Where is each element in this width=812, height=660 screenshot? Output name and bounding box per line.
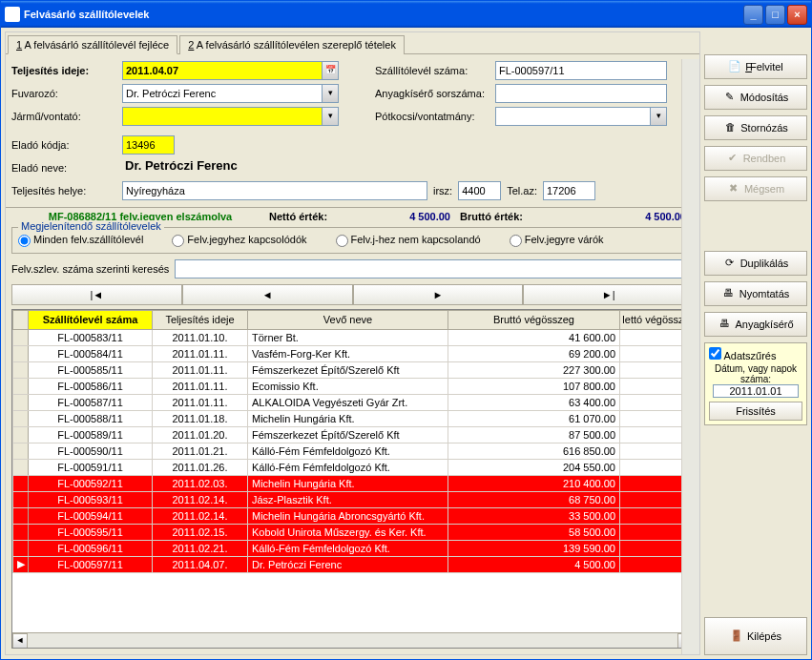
label-elado-nev: Eladó neve: (11, 162, 116, 174)
filter-group-title: Megjelenítendő szállítólevelek (18, 220, 164, 232)
input-search[interactable] (175, 259, 694, 278)
radio-all[interactable]: Minden felv.szállítólevél (18, 234, 143, 247)
col-brutto[interactable]: Bruttó végösszeg (448, 310, 620, 329)
nav-next[interactable]: ► (353, 284, 524, 305)
col-vevo[interactable]: Vevő neve (248, 310, 448, 329)
btn-frissites[interactable]: Frissítés (709, 402, 802, 421)
btn-rendben: ✔Rendben (704, 146, 807, 171)
chevron-down-icon[interactable]: ▾ (323, 84, 339, 103)
nav-last[interactable]: ►| (523, 284, 694, 305)
grid: Szállítólevél száma Teljesítés ideje Vev… (11, 309, 694, 649)
label-telj-hely: Teljesítés helye: (11, 185, 116, 196)
exit-icon: 🚪 (730, 629, 743, 643)
value-netto: 4 500.00 (336, 211, 450, 222)
minimize-button[interactable]: _ (743, 5, 763, 25)
col-teljesites[interactable]: Teljesítés ideje (153, 310, 248, 329)
input-irsz[interactable] (458, 181, 501, 200)
btn-kilepes[interactable]: 🚪Kilépés (704, 617, 807, 655)
label-telaz: Tel.az: (507, 185, 537, 196)
label-szallszam: Szállítólevél száma: (375, 65, 489, 76)
table-row[interactable]: FL-000586/112011.01.11.Ecomissio Kft.107… (13, 378, 693, 394)
app-window: Felvásárló szállítólevelek _ □ × 1 A fel… (0, 0, 812, 660)
table-row[interactable]: FL-000585/112011.01.11.Fémszerkezet Épít… (13, 361, 693, 378)
btn-duplikalas[interactable]: ⟳Duplikálás (704, 251, 807, 276)
filter-groupbox: Megjelenítendő szállítólevelek Minden fe… (11, 227, 694, 254)
table-row[interactable]: FL-000595/112011.02.15.Kobold Unirota Mű… (13, 524, 693, 540)
tabstrip: 1 A felvásárló szállítólevél fejléce 2 A… (6, 32, 699, 54)
table-row[interactable]: ▶FL-000597/112011.04.07.Dr. Petróczi Fer… (13, 556, 693, 572)
right-panel: 📄FFelvitel ✎Módosítás 🗑Stornózás ✔Rendbe… (704, 31, 807, 655)
btn-megsem: ✖Mégsem (704, 176, 807, 201)
tab-header[interactable]: 1 A felvásárló szállítólevél fejléce (8, 35, 177, 54)
radio-waiting[interactable]: Felv.jegyre várók (510, 234, 604, 247)
table-row[interactable]: FL-000596/112011.02.21.Kálló-Fém Fémfeld… (13, 540, 693, 556)
nav-buttons: |◄ ◄ ► ►| (6, 282, 699, 307)
label-potkocsi: Pótkocsi/vontatmány: (375, 111, 489, 122)
radio-notlink[interactable]: Felv.j-hez nem kapcsolandó (336, 234, 481, 247)
label-fuvarozo: Fuvarozó: (11, 88, 116, 99)
label-jarmu: Jármű/vontató: (11, 111, 116, 122)
label-irsz: irsz: (433, 185, 452, 196)
table-row[interactable]: FL-000587/112011.01.11.ALKALOIDA Vegyész… (13, 394, 693, 410)
label-brutto: Bruttó érték: (460, 211, 536, 222)
input-anyagk[interactable] (495, 84, 667, 103)
new-icon: 📄 (728, 60, 741, 73)
btn-stornozas[interactable]: 🗑Stornózás (704, 115, 807, 140)
input-datefilter[interactable] (713, 384, 799, 398)
maximize-button[interactable]: □ (765, 5, 785, 25)
print-icon: 🖶 (718, 318, 731, 331)
edit-icon: ✎ (723, 91, 737, 104)
table-row[interactable]: FL-000594/112011.02.14.Michelin Hungária… (13, 507, 693, 524)
input-telaz[interactable] (543, 181, 595, 200)
chevron-down-icon[interactable]: ▾ (651, 107, 667, 126)
main-vscroll[interactable] (681, 59, 699, 654)
grid-scrollbar[interactable]: ◄ ► (12, 632, 693, 648)
tab-items[interactable]: 2 A felvásárló szállítólevélen szereplő … (179, 35, 405, 54)
duplicate-icon: ⟳ (723, 257, 737, 270)
label-netto: Nettó érték: (269, 211, 336, 222)
nav-first[interactable]: |◄ (11, 284, 182, 305)
input-jarmu[interactable] (122, 107, 323, 126)
table-row[interactable]: FL-000583/112011.01.10.Törner Bt.41 600.… (13, 329, 693, 345)
main-panel: 1 A felvásárló szállítólevél fejléce 2 A… (5, 31, 700, 655)
label-anyagk: Anyagkísérő sorszáma: (375, 88, 489, 99)
label-search: Felv.szlev. száma szerinti keresés (11, 263, 169, 275)
window-title: Felvásárló szállítólevelek (24, 9, 743, 20)
table-row[interactable]: FL-000584/112011.01.11.Vasfém-Forg-Ker K… (13, 345, 693, 361)
btn-modositas[interactable]: ✎Módosítás (704, 85, 807, 110)
app-icon (5, 7, 20, 22)
close-button[interactable]: × (787, 5, 807, 25)
table-row[interactable]: FL-000591/112011.01.26.Kálló-Fém Fémfeld… (13, 459, 693, 475)
trash-icon: 🗑 (723, 121, 737, 134)
input-elado-kod[interactable] (122, 135, 175, 155)
input-teljesites[interactable] (122, 61, 323, 80)
titlebar: Felvásárló szállítólevelek _ □ × (1, 1, 811, 28)
form-area: Teljesítés ideje: 📅 Szállítólevél száma:… (6, 54, 699, 207)
btn-anyagkisero[interactable]: 🖶Anyagkísérő (704, 312, 807, 337)
nav-prev[interactable]: ◄ (182, 284, 353, 305)
chk-adatszures[interactable]: Adatszűrés (709, 350, 776, 361)
table-row[interactable]: FL-000589/112011.01.20.Fémszerkezet Épít… (13, 426, 693, 443)
input-szallszam[interactable] (495, 61, 667, 80)
label-datefilter: Dátum, vagy napok száma: (709, 363, 802, 384)
radio-linked[interactable]: Felv.jegyhez kapcsolódók (172, 234, 306, 247)
table-row[interactable]: FL-000593/112011.02.14.Jász-Plasztik Kft… (13, 491, 693, 507)
text-elado-nev: Dr. Petróczi Ferenc (122, 158, 694, 177)
table-row[interactable]: FL-000592/112011.02.03.Michelin Hungária… (13, 475, 693, 491)
input-telj-hely[interactable] (122, 181, 427, 200)
input-fuvarozo[interactable] (122, 84, 323, 103)
label-elado-kod: Eladó kódja: (11, 139, 116, 151)
print-icon: 🖶 (722, 287, 736, 300)
chevron-down-icon[interactable]: ▾ (323, 107, 339, 126)
label-teljesites: Teljesítés ideje: (11, 65, 116, 76)
calendar-icon[interactable]: 📅 (323, 61, 339, 80)
btn-felvitel[interactable]: 📄FFelvitel (704, 54, 807, 79)
cancel-icon: ✖ (727, 182, 740, 196)
col-szallszam[interactable]: Szállítólevél száma (29, 310, 153, 329)
btn-nyomtatas[interactable]: 🖶Nyomtatás (704, 281, 807, 306)
date-filter-box: Adatszűrés Dátum, vagy napok száma: Fris… (704, 342, 807, 425)
input-potkocsi[interactable] (495, 107, 651, 126)
table-row[interactable]: FL-000588/112011.01.18.Michelin Hungária… (13, 410, 693, 426)
value-brutto: 4 500.00 (536, 211, 694, 222)
table-row[interactable]: FL-000590/112011.01.21.Kálló-Fém Fémfeld… (13, 443, 693, 459)
